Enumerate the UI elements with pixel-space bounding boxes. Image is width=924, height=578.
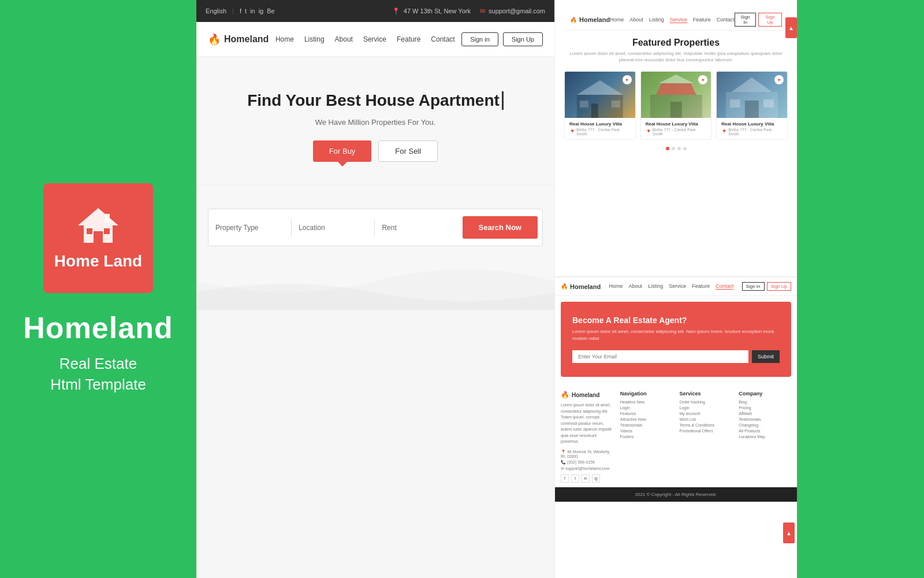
- svg-marker-15: [732, 77, 772, 92]
- svg-rect-7: [591, 103, 598, 118]
- property-card-1[interactable]: ♥ Real House Luxury Villa 📍: [564, 71, 636, 140]
- nav-link-feature[interactable]: Feature: [397, 35, 420, 43]
- right-bottom-signin-button[interactable]: Sign In: [742, 282, 765, 291]
- footer-nav-link-6[interactable]: Videos: [620, 429, 673, 433]
- footer-company-link-6[interactable]: All Products: [739, 429, 791, 433]
- footer-description: Lorem ipsum dolor sit amet, consectetur …: [561, 402, 613, 445]
- instagram-icon[interactable]: ig: [259, 8, 264, 14]
- footer-company-link-4[interactable]: Testimonials: [739, 417, 791, 421]
- property-type-select[interactable]: Property Type: [208, 219, 292, 236]
- right-bottom-nav-listing[interactable]: Listing: [648, 283, 663, 290]
- agent-email-input[interactable]: [572, 350, 748, 363]
- footer-company-link-3[interactable]: Affiliate: [739, 412, 791, 416]
- right-nav-home[interactable]: Home: [610, 17, 624, 23]
- topbar-right: 📍 47 W 13th St, New York ✉ support@gmail…: [392, 8, 545, 15]
- signin-button[interactable]: Sign in: [461, 32, 498, 46]
- right-signin-button[interactable]: Sign In: [735, 13, 756, 27]
- agent-description: Lorem ipsum dolor sit amet, consectetur …: [572, 328, 780, 342]
- footer-nav-link-1[interactable]: Headers New: [620, 400, 673, 404]
- footer-facebook-icon[interactable]: f: [561, 475, 569, 483]
- nav-logo-text: Homeland: [224, 34, 269, 45]
- nav-link-home[interactable]: Home: [275, 35, 294, 43]
- footer-linkedin-icon[interactable]: in: [582, 475, 590, 483]
- right-nav-about[interactable]: About: [629, 17, 643, 23]
- footer-twitter-icon[interactable]: t: [571, 475, 579, 483]
- footer-services-link-2[interactable]: Login: [680, 406, 732, 410]
- svg-rect-2: [105, 214, 110, 223]
- right-nav-feature[interactable]: Feature: [693, 17, 711, 23]
- property-address-1: 📍 Births 777 - Centre Park South: [569, 128, 631, 136]
- facebook-icon[interactable]: f: [240, 8, 241, 14]
- featured-description: Lorem ipsum dolor sit amet, consectetur …: [564, 50, 788, 63]
- footer-nav-link-3[interactable]: Features: [620, 412, 673, 416]
- tab-for-sell[interactable]: For Sell: [378, 140, 438, 162]
- dot-1[interactable]: [666, 147, 669, 150]
- footer-col-brand: 🔥 Homeland Lorem ipsum dolor sit amet, c…: [561, 391, 613, 483]
- svg-rect-13: [670, 102, 682, 118]
- footer-flame-icon: 🔥: [561, 391, 569, 399]
- nav-link-listing[interactable]: Listing: [304, 35, 325, 43]
- footer-company-link-5[interactable]: Changelog: [739, 423, 791, 427]
- tab-for-buy[interactable]: For Buy: [313, 140, 372, 162]
- rent-select[interactable]: Rent: [375, 219, 457, 236]
- right-nav-links: Home About Listing Service Feature Conta…: [610, 17, 735, 23]
- agent-form: Submit: [572, 350, 780, 363]
- footer-email: ✉ support@homeland.com: [561, 466, 613, 471]
- footer-company-link-1[interactable]: Blog: [739, 400, 791, 404]
- behance-icon[interactable]: Be: [267, 8, 274, 14]
- linkedin-icon[interactable]: in: [250, 8, 255, 14]
- right-bottom-nav-about[interactable]: About: [629, 283, 643, 290]
- topbar: English | f t in ig Be 📍 47 W 13th St, N…: [196, 0, 554, 22]
- scroll-up-button[interactable]: ▲: [785, 17, 797, 38]
- footer-services-link-4[interactable]: Wish List: [680, 417, 732, 421]
- footer-services-link-3[interactable]: My account: [680, 412, 732, 416]
- nav-link-service[interactable]: Service: [363, 35, 386, 43]
- footer-services-link-5[interactable]: Terms & Conditions: [680, 423, 732, 427]
- footer-services-link-6[interactable]: Promotional Offers: [680, 429, 732, 433]
- agent-submit-button[interactable]: Submit: [752, 350, 780, 363]
- property-card-2[interactable]: ♥ Real House Luxury Villa 📍 Births 777: [640, 71, 712, 140]
- right-bottom-nav-service[interactable]: Service: [669, 283, 686, 290]
- footer-company-link-2[interactable]: Pricing: [739, 406, 791, 410]
- right-bottom-logo: 🔥 Homeland: [561, 283, 601, 290]
- footer-nav-link-7[interactable]: Footers: [620, 435, 673, 439]
- search-section: Property Type Location Rent Search Now: [196, 186, 554, 264]
- nav-flame-icon: 🔥: [208, 33, 221, 46]
- footer-nav-link-5[interactable]: Testimonials: [620, 423, 673, 427]
- right-signup-button[interactable]: Sign Up: [758, 13, 782, 27]
- scroll-down-button[interactable]: ▲: [783, 523, 795, 543]
- dot-2[interactable]: [672, 147, 675, 150]
- footer-company-link-7[interactable]: Locations Map: [739, 435, 791, 439]
- right-bottom-nav-home[interactable]: Home: [609, 283, 623, 290]
- right-bottom-signup-button[interactable]: Sign Up: [767, 282, 791, 291]
- favorite-icon-1[interactable]: ♥: [623, 75, 632, 84]
- signup-button[interactable]: Sign Up: [503, 32, 543, 46]
- language-selector[interactable]: English: [206, 8, 226, 14]
- wave-decoration: [196, 264, 554, 310]
- nav-link-contact[interactable]: Contact: [431, 35, 454, 43]
- dot-4[interactable]: [683, 147, 687, 150]
- location-select[interactable]: Location: [292, 219, 375, 236]
- right-nav-listing[interactable]: Listing: [649, 17, 664, 23]
- right-nav-service[interactable]: Service: [670, 17, 687, 23]
- property-card-3[interactable]: ♥ Real House Luxury Villa 📍: [716, 71, 788, 140]
- right-bottom-nav-contact[interactable]: Contact: [716, 283, 733, 290]
- svg-rect-9: [612, 101, 620, 108]
- twitter-icon[interactable]: t: [245, 8, 247, 14]
- hero-subtitle: We Have Million Properties For You.: [214, 118, 537, 127]
- dot-3[interactable]: [677, 147, 681, 150]
- footer-phone-icon: 📞: [561, 460, 566, 464]
- footer-section: 🔥 Homeland Lorem ipsum dolor sit amet, c…: [555, 383, 797, 487]
- nav-link-about[interactable]: About: [335, 35, 353, 43]
- search-now-button[interactable]: Search Now: [463, 216, 538, 239]
- footer-instagram-icon[interactable]: ig: [592, 475, 600, 483]
- right-bottom-nav-feature[interactable]: Feature: [692, 283, 710, 290]
- svg-marker-11: [656, 83, 696, 95]
- right-bottom-navbar: 🔥 Homeland Home About Listing Service Fe…: [555, 277, 797, 296]
- right-top-section: 🔥 Homeland Home About Listing Service Fe…: [555, 0, 797, 277]
- footer-services-link-1[interactable]: Order tracking: [680, 400, 732, 404]
- footer-nav-link-2[interactable]: Login: [620, 406, 673, 410]
- footer-nav-link-4[interactable]: Attractive New: [620, 417, 673, 421]
- hero-title: Find Your Best House Apartment: [247, 91, 504, 110]
- right-nav-contact[interactable]: Contact: [717, 17, 735, 23]
